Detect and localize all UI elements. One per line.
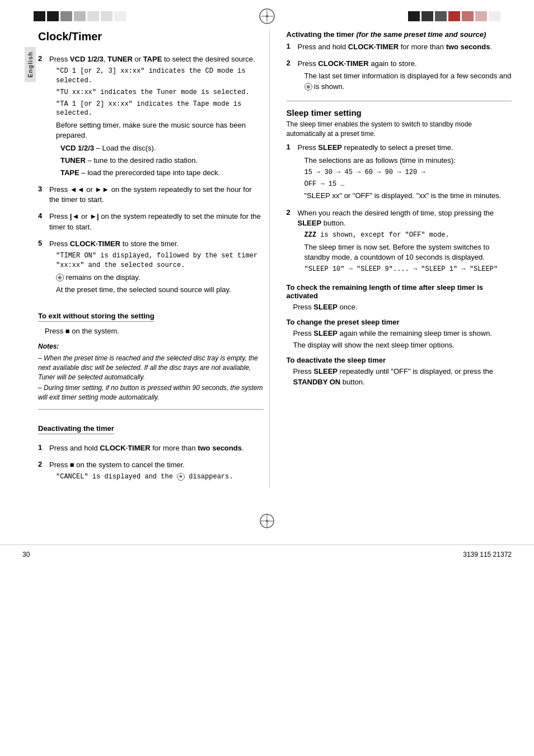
sleep-step-2-text: When you reach the desired length of tim… — [298, 208, 512, 228]
bar-block — [114, 11, 126, 21]
activating-step-2-desc: The last set timer information is displa… — [305, 71, 512, 91]
tuner-label: TUNER — [107, 55, 133, 63]
notes-title: Notes: — [38, 342, 264, 351]
tuner-display-text: "TU xx:xx" indicates the Tuner mode is s… — [56, 88, 264, 97]
sleep-timer-title: Sleep timer setting — [287, 108, 512, 118]
sleep-step-1: 1 Press SLEEP repeatedly to select a pre… — [287, 143, 512, 203]
activating-title: Activating the timer (for the same prese… — [287, 30, 512, 39]
exit-section: To exit without storing the setting Pres… — [38, 304, 264, 336]
bar-block — [101, 11, 113, 21]
bar-block — [421, 11, 433, 21]
zzz-display: ZZZ is shown, except for "OFF" mode. — [305, 231, 512, 240]
step-4-number: 4 — [38, 212, 46, 234]
bar-block — [34, 11, 45, 21]
activating-step-2: 2 Press CLOCK·TIMER again to store. The … — [287, 59, 512, 94]
bottom-compass-wrap — [0, 511, 534, 533]
check-remaining-title: To check the remaining length of time af… — [287, 283, 512, 300]
page-number: 30 — [22, 551, 30, 558]
bar-block — [462, 11, 474, 21]
step-5-number: 5 — [38, 239, 46, 297]
bar-block — [489, 11, 500, 21]
right-divider — [287, 101, 512, 101]
page-footer: 30 3139 115 21372 — [0, 544, 534, 564]
page-container: English Clock/Timer 2 Press VCD 1/2/3, T… — [0, 0, 534, 756]
deactivating-step-2: 2 Press ■ on the system to cancel the ti… — [38, 460, 264, 484]
sleep-button-s1: SLEEP — [318, 143, 342, 152]
content-area: Clock/Timer 2 Press VCD 1/2/3, TUNER or … — [38, 30, 512, 489]
exit-section-title: To exit without storing the setting — [38, 312, 154, 322]
circle-icon-a2: ⊕ — [305, 83, 312, 91]
cancel-display: "CANCEL" is displayed and the ⊕ disappea… — [56, 472, 264, 482]
step-3-number: 3 — [38, 185, 46, 207]
vcd-bold: VCD 1/2/3 — [60, 144, 94, 152]
tape-desc: TAPE – load the prerecorded tape into ta… — [60, 168, 264, 178]
change-preset-text: Press SLEEP again while the remaining sl… — [293, 328, 512, 339]
before-note: Before setting timer, make sure the musi… — [56, 120, 264, 140]
left-column: Clock/Timer 2 Press VCD 1/2/3, TUNER or … — [38, 30, 270, 489]
main-content: English Clock/Timer 2 Press VCD 1/2/3, T… — [0, 25, 534, 511]
divider — [38, 409, 264, 410]
prev-label: |◄ — [70, 212, 79, 220]
check-remaining-text: Press SLEEP once. — [293, 302, 512, 312]
compass-icon — [259, 8, 275, 25]
sleep-button-check: SLEEP — [313, 303, 338, 311]
change-preset-section: To change the preset sleep timer Press S… — [287, 318, 512, 350]
sleep-timer-desc: The sleep timer enables the system to sw… — [287, 120, 512, 139]
step-2-content: Press VCD 1/2/3, TUNER or TAPE to select… — [49, 54, 264, 180]
activating-step-2-text: Press CLOCK·TIMER again to store. — [298, 59, 512, 69]
ff-label: ►► — [95, 185, 109, 194]
bar-block — [408, 11, 420, 21]
bottom-compass-icon — [259, 513, 275, 529]
circle-remains: ⊕ remains on the display. — [56, 273, 264, 283]
check-remaining-section: To check the remaining length of time af… — [287, 283, 512, 312]
note-2: – During timer setting, if no button is … — [38, 383, 264, 402]
sleep-step-2-content: When you reach the desired length of tim… — [298, 208, 512, 276]
change-preset-desc: The display will show the next sleep tim… — [293, 340, 512, 350]
step-5-text: Press CLOCK·TIMER to store the timer. — [49, 239, 264, 249]
clock-timer-label-d1: CLOCK·TIMER — [100, 444, 150, 452]
timer-on-display: "TIMER ON" is displayed, followed by the… — [56, 251, 264, 270]
vcd-tuner-tape-label: VCD 1/2/3 — [70, 55, 104, 63]
clock-timer-a1: CLOCK·TIMER — [348, 43, 399, 51]
top-decorative-bars — [0, 0, 534, 25]
activating-subtitle: (for the same preset time and source) — [356, 30, 486, 39]
sidebar: English — [22, 30, 38, 489]
clock-timer-label-5: CLOCK·TIMER — [70, 240, 120, 248]
zzz-bold: ZZZ — [305, 231, 317, 239]
two-seconds-a1: two seconds — [446, 43, 490, 51]
activating-step-1-text: Press and hold CLOCK·TIMER for more than… — [298, 42, 512, 52]
sleep-button-deactivate: SLEEP — [313, 367, 338, 375]
sleep-button-s2: SLEEP — [298, 219, 322, 227]
step-4-text: Press |◄ or ►| on the system repeatedly … — [49, 212, 264, 232]
deactivating-step-2-content: Press ■ on the system to cancel the time… — [49, 460, 264, 484]
circle-plus-icon: ⊕ — [56, 274, 64, 281]
bar-block — [448, 11, 460, 21]
countdown-display: "SLEEP 10" → "SLEEP 9".... → "SLEEP 1" →… — [305, 265, 512, 274]
sleep-timer-section: Sleep timer setting The sleep timer enab… — [287, 108, 512, 387]
bar-block — [74, 11, 86, 21]
standby-on-label: STANDBY ON — [293, 378, 341, 386]
deactivating-step-1-content: Press and hold CLOCK·TIMER for more than… — [49, 443, 264, 456]
bar-block — [60, 11, 72, 21]
svg-point-3 — [266, 15, 268, 17]
tuner-bold: TUNER — [60, 156, 86, 165]
next-label: ►| — [90, 212, 99, 220]
bar-block — [87, 11, 99, 21]
note-1: – When the preset time is reached and th… — [38, 354, 264, 382]
rewind-ff-label: ◄◄ — [70, 185, 85, 194]
step-3-content: Press ◄◄ or ►► on the system repeatedly … — [49, 185, 264, 207]
sleep-button-change: SLEEP — [313, 329, 338, 337]
deactivating-step-1-text: Press and hold CLOCK·TIMER for more than… — [49, 443, 264, 453]
bar-block — [475, 11, 487, 21]
cd-display-text: "CD 1 [or 2, 3] xx:xx" indicates the CD … — [56, 67, 264, 86]
right-bar-group — [408, 11, 500, 21]
activating-step-1-number: 1 — [287, 42, 294, 54]
step-2-number: 2 — [38, 54, 46, 180]
stop-button-d2: ■ — [70, 461, 74, 469]
exit-section-text: Press ■ on the system. — [45, 326, 264, 336]
svg-point-7 — [266, 520, 268, 522]
deactivate-sleep-section: To deactivate the sleep timer Press SLEE… — [287, 356, 512, 387]
left-bar-group — [34, 11, 126, 21]
sleep-countdown-desc: The sleep timer is now set. Before the s… — [305, 242, 512, 262]
deactivating-step-1-number: 1 — [38, 443, 46, 456]
